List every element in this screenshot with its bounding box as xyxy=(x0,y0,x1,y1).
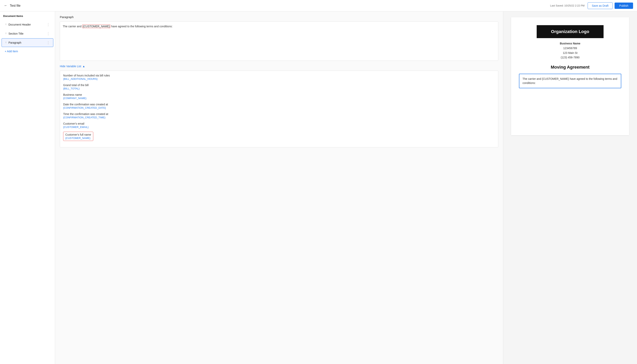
sidebar-item-document-header[interactable]: ⌄⌃ Document Header ⋮ xyxy=(2,20,53,29)
add-item-button[interactable]: + Add Item xyxy=(0,47,55,55)
variable-label-confirmation-created-date: Date the confirmation was created at xyxy=(63,103,495,106)
variable-code-bill-total[interactable]: {BILL_TOTAL} xyxy=(63,87,495,90)
doc-title-preview: Moving Agreement xyxy=(551,65,589,70)
variable-label-customer-name: Customer's full name xyxy=(65,133,91,136)
business-id: 123456789 xyxy=(560,46,580,51)
variable-code-confirmation-created-time[interactable]: {CONFIRMATION_CREATED_TIME} xyxy=(63,116,495,119)
variable-item-customer-email: Customer's email {CUSTOMER_EMAIL} xyxy=(63,122,495,128)
hide-variable-label: Hide Variable List xyxy=(60,65,81,68)
hide-variable-list-button[interactable]: Hide Variable List ▲ xyxy=(60,65,498,68)
paragraph-editor[interactable]: The carrier and {CUSTOMER_NAME} have agr… xyxy=(60,22,498,61)
preview-document: Organization Logo Business Name 12345678… xyxy=(511,17,629,135)
sidebar-item-paragraph[interactable]: ⌄⌃ Paragraph ⋮ xyxy=(2,38,53,47)
variable-label-customer-email: Customer's email xyxy=(63,122,495,125)
sidebar-heading: Document Items xyxy=(0,14,55,20)
editor-section-title: Paragraph xyxy=(60,15,498,19)
sidebar: Document Items ⌄⌃ Document Header ⋮ ⌄⌃ S… xyxy=(0,12,55,364)
variable-item-confirmation-created-date: Date the confirmation was created at {CO… xyxy=(63,103,495,109)
business-info: Business Name 123456789 123 Main St (123… xyxy=(560,41,580,60)
drag-handle-section-title: ⌄⌃ xyxy=(5,32,7,36)
variable-item-confirmation-created-time: Time the confirmation was created at {CO… xyxy=(63,112,495,119)
back-button[interactable]: ← xyxy=(4,4,8,8)
paragraph-text-prefix: The carrier and xyxy=(63,25,82,28)
variable-item-bill-additional-hours: Number of hours included via bill rules … xyxy=(63,74,495,80)
main-layout: Document Items ⌄⌃ Document Header ⋮ ⌄⌃ S… xyxy=(0,12,637,364)
page-title: Test file xyxy=(10,4,550,8)
variable-label-bill-total: Grand total of the bill xyxy=(63,84,495,87)
variable-code-confirmation-created-date[interactable]: {CONFIRMATION_CREATED_DATE} xyxy=(63,106,495,109)
sidebar-item-menu-paragraph[interactable]: ⋮ xyxy=(47,40,50,45)
variable-label-company-name: Business name xyxy=(63,93,495,96)
business-phone: (123) 456-7890 xyxy=(560,55,580,60)
variable-item-bill-total: Grand total of the bill {BILL_TOTAL} xyxy=(63,84,495,90)
variable-label-confirmation-created-time: Time the confirmation was created at xyxy=(63,112,495,116)
variable-code-bill-additional-hours[interactable]: {BILL_ADDITIONAL_HOURS} xyxy=(63,78,495,80)
app-header: ← Test file Last Saved: 10/25/22 2:22 PM… xyxy=(0,0,637,12)
variable-item-company-name: Business name {COMPANY_NAME} xyxy=(63,93,495,100)
save-draft-button[interactable]: Save as Draft xyxy=(588,2,613,9)
drag-handle-paragraph: ⌄⌃ xyxy=(5,41,7,44)
editor-panel: Paragraph The carrier and {CUSTOMER_NAME… xyxy=(55,12,503,364)
sidebar-item-section-title[interactable]: ⌄⌃ Section Title ⋮ xyxy=(2,29,53,38)
sidebar-item-label-document-header: Document Header xyxy=(9,23,47,26)
sidebar-item-label-paragraph: Paragraph xyxy=(9,41,47,44)
last-saved-text: Last Saved: 10/25/22 2:22 PM xyxy=(550,4,584,7)
variable-list: Number of hours included via bill rules … xyxy=(60,70,498,148)
publish-button[interactable]: Publish xyxy=(614,2,633,9)
paragraph-text-suffix: have agreed to the following terms and c… xyxy=(110,25,173,28)
variable-code-customer-name[interactable]: {CUSTOMER_NAME} xyxy=(65,136,91,140)
paragraph-variable-inline[interactable]: {CUSTOMER_NAME} xyxy=(82,24,110,28)
sidebar-item-menu-document-header[interactable]: ⋮ xyxy=(47,22,50,27)
business-name: Business Name xyxy=(560,41,580,46)
preview-paragraph: The carrier and {CUSTOMER_NAME} have agr… xyxy=(519,74,621,88)
drag-handle-document-header: ⌄⌃ xyxy=(5,22,7,26)
variable-label-bill-additional-hours: Number of hours included via bill rules xyxy=(63,74,495,77)
variable-code-customer-email[interactable]: {CUSTOMER_EMAIL} xyxy=(63,126,495,128)
business-address: 123 Main St xyxy=(560,51,580,56)
org-logo: Organization Logo xyxy=(537,25,603,38)
variable-code-company-name[interactable]: {COMPANY_NAME} xyxy=(63,97,495,100)
chevron-up-icon: ▲ xyxy=(82,65,85,68)
sidebar-item-label-section-title: Section Title xyxy=(9,32,47,35)
preview-panel: Organization Logo Business Name 12345678… xyxy=(503,12,637,364)
sidebar-item-menu-section-title[interactable]: ⋮ xyxy=(47,32,50,36)
variable-item-customer-name: Customer's full name {CUSTOMER_NAME} xyxy=(63,132,495,141)
